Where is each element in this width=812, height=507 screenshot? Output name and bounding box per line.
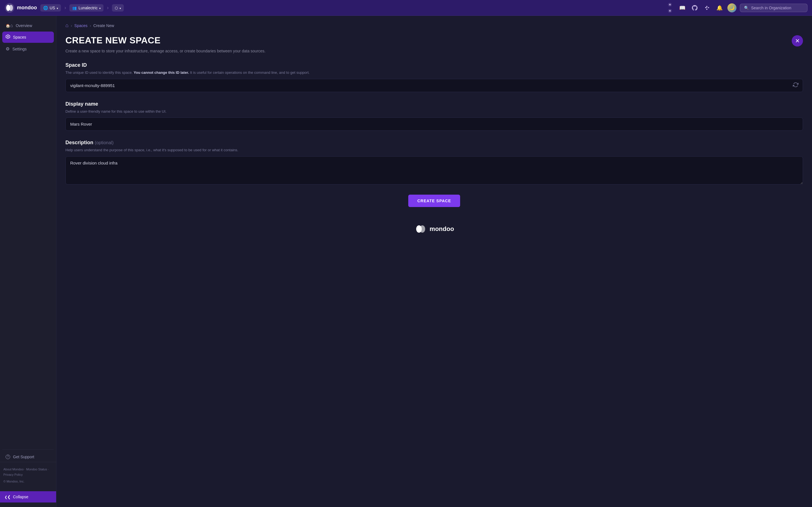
refresh-icon [793, 82, 799, 88]
collapse-button[interactable]: ❮ Collapse [0, 491, 56, 503]
notification-button[interactable]: 🔔 [715, 3, 724, 12]
app-logo[interactable]: mondoo [4, 3, 37, 13]
org-icon [72, 6, 77, 10]
sidebar-item-overview[interactable]: ⌂ Overview [2, 20, 54, 31]
space-id-input[interactable] [65, 79, 803, 92]
topnav-right-section: ☀ 📖 🔔 🌙 🔍 Search in Organization [665, 3, 808, 12]
sidebar-item-spaces[interactable]: Spaces [2, 32, 54, 43]
space-nodes-icon [115, 6, 118, 10]
svg-rect-5 [708, 7, 709, 8]
space-id-section: Space ID The unique ID used to identify … [65, 62, 803, 92]
sidebar-item-support[interactable]: ? Get Support [2, 452, 54, 462]
book-icon: 📖 [679, 5, 686, 11]
space-chevron-icon [119, 6, 121, 10]
sidebar-item-label-overview: Overview [16, 23, 32, 28]
display-name-section: Display name Define a user-friendly name… [65, 101, 803, 131]
description-section: Description (optional) Help users unders… [65, 140, 803, 186]
sidebar-item-settings[interactable]: ⚙ Settings [2, 43, 54, 54]
form-header: CREATE NEW SPACE ✕ [65, 35, 803, 47]
org-dropdown[interactable]: Lunalectric [69, 4, 103, 11]
footer-logo-icon [414, 225, 427, 233]
nav-separator-2: › [107, 5, 109, 11]
sun-icon-button[interactable]: ☀ [665, 3, 674, 12]
breadcrumb-spaces[interactable]: Spaces [74, 23, 88, 28]
region-dropdown[interactable]: US [40, 4, 61, 11]
sidebar-item-label-settings: Settings [12, 47, 27, 51]
home-icon: ⌂ [6, 23, 13, 28]
sidebar-item-label-support: Get Support [13, 455, 35, 459]
create-space-button[interactable]: CREATE SPACE [408, 194, 460, 207]
breadcrumb-sep-1: › [71, 23, 72, 28]
collapse-label: Collapse [13, 495, 28, 499]
copyright: © Mondoo, Inc. [3, 479, 53, 485]
svg-rect-4 [706, 6, 707, 7]
display-name-title: Display name [65, 101, 803, 107]
github-button[interactable] [690, 3, 699, 12]
sidebar-item-label-spaces: Spaces [13, 35, 26, 40]
nav-separator-1: › [64, 5, 66, 11]
org-chevron-icon [99, 6, 101, 10]
support-icon: ? [6, 455, 10, 459]
page-title: CREATE NEW SPACE [65, 35, 161, 46]
svg-point-11 [419, 225, 425, 233]
footer-logo: mondoo [65, 221, 803, 242]
space-id-input-wrapper [65, 79, 803, 92]
description-desc: Help users understand the purpose of thi… [65, 147, 803, 153]
sun-icon: ☀ [666, 2, 673, 14]
display-name-input[interactable] [65, 117, 803, 131]
mondoo-status-link[interactable]: Mondoo Status [26, 467, 47, 471]
settings-icon: ⚙ [6, 46, 10, 52]
sidebar-nav: ⌂ Overview Spaces ⚙ Settings [0, 20, 56, 449]
breadcrumb-home[interactable]: ⌂ [65, 22, 68, 29]
slack-button[interactable] [703, 3, 712, 12]
about-mondoo-link[interactable]: About Mondoo [3, 467, 24, 471]
privacy-policy-link[interactable]: Privacy Policy [3, 473, 22, 476]
description-title: Description (optional) [65, 140, 803, 146]
breadcrumb: ⌂ › Spaces › Create New [65, 22, 803, 29]
region-label: US [50, 6, 55, 10]
optional-label: (optional) [95, 140, 114, 145]
footer-links: About Mondoo · Mondoo Status · Privacy P… [3, 467, 53, 485]
github-icon [692, 5, 698, 11]
app-name: mondoo [17, 5, 37, 11]
bell-icon: 🔔 [716, 5, 723, 11]
search-bar[interactable]: 🔍 Search in Organization [740, 4, 808, 12]
docs-button[interactable]: 📖 [678, 3, 687, 12]
svg-marker-9 [7, 36, 9, 38]
region-chevron-icon [57, 6, 58, 10]
create-button-wrapper: CREATE SPACE [65, 194, 803, 207]
slack-icon [704, 5, 710, 11]
search-placeholder: Search in Organization [751, 6, 791, 10]
spaces-icon [6, 34, 10, 40]
space-id-title: Space ID [65, 62, 803, 68]
globe-icon [43, 6, 48, 10]
sidebar: ⌂ Overview Spaces ⚙ Settings ? Get Sup [0, 16, 56, 507]
avatar[interactable]: 🌙 [727, 3, 737, 12]
svg-rect-3 [705, 7, 706, 8]
top-navigation: mondoo US › Lunalectric › ☀ 📖 [0, 0, 812, 16]
page-subtitle: Create a new space to store your infrast… [65, 49, 803, 53]
svg-point-2 [9, 5, 13, 11]
refresh-id-button[interactable] [792, 81, 800, 90]
breadcrumb-current: Create New [93, 23, 114, 28]
search-icon: 🔍 [744, 6, 749, 10]
description-textarea[interactable]: Rover division cloud infra [65, 156, 803, 184]
main-layout: ⌂ Overview Spaces ⚙ Settings ? Get Sup [0, 16, 812, 507]
close-button[interactable]: ✕ [792, 35, 803, 47]
breadcrumb-sep-2: › [90, 23, 91, 28]
svg-rect-7 [706, 7, 707, 8]
space-id-description: The unique ID used to identify this spac… [65, 70, 803, 75]
org-label: Lunalectric [79, 6, 98, 10]
display-name-description: Define a user-friendly name for this spa… [65, 109, 803, 114]
sidebar-footer: About Mondoo · Mondoo Status · Privacy P… [0, 462, 56, 489]
footer-logo-text: mondoo [430, 225, 454, 233]
svg-rect-6 [706, 9, 707, 10]
collapse-arrow-icon: ❮ [4, 495, 11, 499]
space-dropdown[interactable] [112, 4, 124, 11]
mondoo-logo-icon [4, 3, 15, 13]
main-content: ⌂ › Spaces › Create New CREATE NEW SPACE… [56, 16, 812, 507]
